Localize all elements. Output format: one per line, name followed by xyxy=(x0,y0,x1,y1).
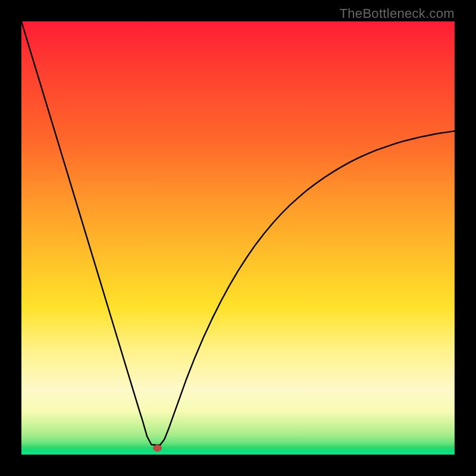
minimum-marker xyxy=(154,445,162,452)
plot-area xyxy=(21,21,455,455)
chart-frame: TheBottleneck.com xyxy=(0,0,476,476)
curve-layer xyxy=(21,21,455,455)
watermark-text: TheBottleneck.com xyxy=(340,6,455,21)
bottleneck-curve xyxy=(21,21,455,445)
